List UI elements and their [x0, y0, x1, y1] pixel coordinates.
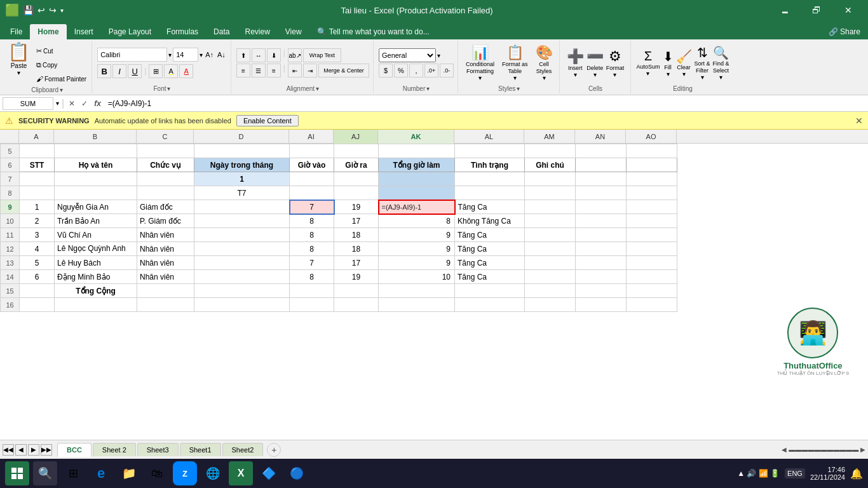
cell-al14[interactable]: Tăng Ca [455, 270, 525, 284]
cell-ai13[interactable]: 7 [290, 256, 334, 270]
cell-ak15[interactable] [379, 284, 455, 298]
col-header-d[interactable]: D [194, 130, 289, 144]
col-header-al[interactable]: AL [454, 130, 524, 144]
wrap-text-btn[interactable]: Wrap Text [303, 48, 341, 62]
name-box[interactable] [3, 97, 53, 110]
cell-al15[interactable] [455, 284, 525, 298]
cell-c10[interactable]: P. Giám đốc [137, 214, 194, 228]
cell-ak11[interactable]: 9 [379, 228, 455, 242]
cell-an13[interactable] [576, 256, 627, 270]
cell-ak14[interactable]: 10 [379, 270, 455, 284]
cell-am13[interactable] [525, 256, 576, 270]
tab-view[interactable]: View [278, 24, 309, 39]
fx-btn[interactable]: fx [92, 99, 103, 108]
align-top-btn[interactable]: ⬆ [236, 48, 250, 62]
cell-ai10[interactable]: 8 [290, 214, 334, 228]
cell-c7[interactable] [137, 172, 194, 186]
cell-c9[interactable]: Giám đốc [137, 200, 194, 214]
cell-ao10[interactable] [627, 214, 677, 228]
cell-an15[interactable] [576, 284, 627, 298]
sheet-nav-next[interactable]: ▶ [28, 444, 39, 456]
cell-al5[interactable] [455, 144, 525, 158]
cell-an11[interactable] [576, 228, 627, 242]
minimize-btn[interactable]: 🗕 [770, 0, 799, 20]
tab-tell-me[interactable]: 🔍 Tell me what you want to do... [309, 24, 437, 39]
number-format-select[interactable]: General [379, 48, 436, 62]
format-btn[interactable]: ⚙ Format ▾ [606, 48, 625, 78]
cell-ao8[interactable] [627, 186, 677, 200]
tab-review[interactable]: Review [237, 24, 277, 39]
cell-al8[interactable] [455, 186, 525, 200]
share-btn[interactable]: 🔗 Share [821, 24, 868, 39]
cell-an12[interactable] [576, 242, 627, 256]
cell-aj12[interactable]: 18 [334, 242, 379, 256]
borders-btn[interactable]: ⊞ [149, 64, 163, 78]
sheet-tab-sheet2b[interactable]: Sheet2 [222, 443, 264, 456]
orient-btn[interactable]: ab↗ [288, 48, 302, 62]
cell-a6[interactable]: STT [20, 158, 55, 172]
font-name-input[interactable] [97, 48, 167, 62]
app-btn-6[interactable]: 🔵 [285, 461, 309, 485]
excel-taskbar-btn[interactable]: X [229, 461, 253, 485]
scroll-bar-area[interactable]: ◀ ▬▬▬▬▬▬▬▬▬▬▬ ▶ [782, 446, 865, 453]
cell-al9[interactable]: Tăng Ca [455, 200, 525, 214]
tab-page-layout[interactable]: Page Layout [101, 24, 159, 39]
cell-d10[interactable] [194, 214, 290, 228]
clear-btn[interactable]: 🧹 Clear ▾ [676, 49, 692, 78]
cell-an14[interactable] [576, 270, 627, 284]
notification-btn[interactable]: 🔔 [850, 468, 863, 480]
cell-c5[interactable] [137, 144, 194, 158]
comma-btn[interactable]: , [409, 64, 423, 78]
fill-btn[interactable]: ⬇ Fill ▾ [663, 49, 674, 78]
format-painter-btn[interactable]: 🖌Format Painter [34, 72, 89, 85]
delete-btn[interactable]: ➖ Delete ▾ [587, 48, 604, 78]
cell-aj6[interactable]: Giờ ra [334, 158, 379, 172]
find-select-btn[interactable]: 🔍 Find &Select ▾ [713, 45, 729, 81]
cell-ao13[interactable] [627, 256, 677, 270]
search-btn[interactable]: 🔍 [33, 461, 57, 485]
cell-an16[interactable] [576, 298, 627, 312]
cell-ak9[interactable]: =(AJ9-AI9)-1 [379, 200, 455, 214]
cell-a8[interactable] [20, 186, 55, 200]
autosum-btn[interactable]: Σ AutoSum ▾ [636, 49, 660, 77]
cell-ai15[interactable] [290, 284, 334, 298]
cell-al6[interactable]: Tình trạng [455, 158, 525, 172]
cell-ao6[interactable] [627, 158, 677, 172]
cell-am15[interactable] [525, 284, 576, 298]
zalo-btn[interactable]: Z [173, 461, 197, 485]
cell-b11[interactable]: Vũ Chí An [55, 228, 137, 242]
sort-filter-btn[interactable]: ⇅ Sort &Filter ▾ [695, 45, 710, 81]
format-as-table-btn[interactable]: 📋 Format asTable ▾ [499, 43, 531, 83]
cell-ak8[interactable] [379, 186, 455, 200]
cell-styles-btn[interactable]: 🎨 CellStyles ▾ [533, 43, 555, 83]
cell-c14[interactable]: Nhân viên [137, 270, 194, 284]
cell-d15[interactable] [194, 284, 290, 298]
cell-am8[interactable] [525, 186, 576, 200]
cell-an7[interactable] [576, 172, 627, 186]
cell-ak13[interactable]: 9 [379, 256, 455, 270]
tab-home[interactable]: Home [30, 24, 66, 39]
dec-dec-btn[interactable]: .0- [440, 64, 454, 78]
cut-btn[interactable]: ✂Cut [34, 44, 89, 57]
name-box-arrow[interactable]: ▾ [56, 100, 59, 107]
cell-aj13[interactable]: 17 [334, 256, 379, 270]
sheet-tab-sheet3[interactable]: Sheet3 [137, 443, 179, 456]
cell-am9[interactable] [525, 200, 576, 214]
tab-data[interactable]: Data [206, 24, 237, 39]
cell-ai12[interactable]: 8 [290, 242, 334, 256]
cell-ao7[interactable] [627, 172, 677, 186]
cell-a14[interactable]: 6 [20, 270, 55, 284]
cell-c15[interactable] [137, 284, 194, 298]
col-header-an[interactable]: AN [575, 130, 626, 144]
font-color-btn[interactable]: A [179, 64, 193, 78]
cell-d9[interactable] [194, 200, 290, 214]
cell-ai9[interactable]: 7 [290, 200, 334, 214]
conditional-formatting-btn[interactable]: 📊 ConditionalFormatting ▾ [463, 43, 497, 83]
cell-an10[interactable] [576, 214, 627, 228]
cell-aj8[interactable] [334, 186, 379, 200]
percent-btn[interactable]: % [394, 64, 408, 78]
cell-ak12[interactable]: 9 [379, 242, 455, 256]
cell-aj11[interactable]: 18 [334, 228, 379, 242]
cancel-formula-btn[interactable]: ✕ [67, 99, 77, 108]
cell-a11[interactable]: 3 [20, 228, 55, 242]
